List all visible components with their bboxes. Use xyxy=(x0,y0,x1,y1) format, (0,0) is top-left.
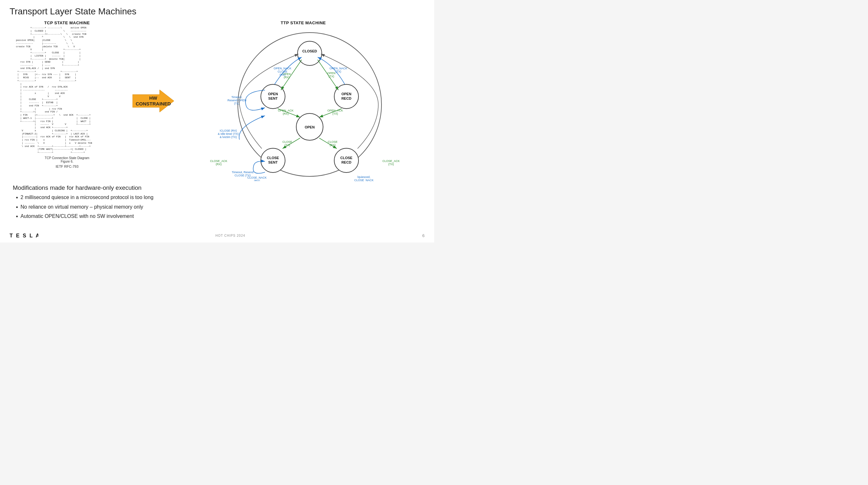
svg-text:OPEN: OPEN xyxy=(305,125,314,129)
svg-text:Resend OPEN: Resend OPEN xyxy=(227,99,246,102)
svg-text:CLOSE: CLOSE xyxy=(282,140,292,143)
svg-text:OPEN_NACK: OPEN_NACK xyxy=(330,67,347,70)
svg-text:!CLOSE (RX): !CLOSE (RX) xyxy=(220,129,237,132)
svg-text:OPEN: OPEN xyxy=(268,92,278,96)
svg-text:CLOSE (TX): CLOSE (TX) xyxy=(235,174,251,177)
tesla-logo: T E S L A xyxy=(9,232,38,239)
svg-text:(TX): (TX) xyxy=(332,112,338,115)
svg-text:CLOSE_ACK: CLOSE_ACK xyxy=(382,160,400,163)
ttp-title: TTP STATE MACHINE xyxy=(182,21,425,25)
svg-text:OPEN_ACK: OPEN_ACK xyxy=(278,109,293,112)
bottom-section: Modifications made for hardware-only exe… xyxy=(9,184,425,221)
svg-text:SENT: SENT xyxy=(268,161,278,164)
svg-text:CLOSE_ACK: CLOSE_ACK xyxy=(210,160,227,163)
svg-text:Timeout, Resend: Timeout, Resend xyxy=(232,171,253,174)
svg-text:SENT: SENT xyxy=(268,96,278,100)
slide-title: Transport Layer State Machines xyxy=(9,6,425,17)
tcp-diagram: +---------+ ---------\ active OPEN | CLO… xyxy=(16,27,124,154)
svg-text:(RX): (RX) xyxy=(254,179,260,181)
svg-text:(RX): (RX) xyxy=(330,143,336,147)
hw-constrained-panel: HW CONSTRAINED xyxy=(128,21,179,181)
ttp-panel: TTP STATE MACHINE xyxy=(182,21,425,181)
svg-text:CLOSE: CLOSE xyxy=(328,140,338,143)
tcp-caption: TCP Connection State Diagram Figure 6. xyxy=(9,156,124,163)
svg-text:(TX): (TX) xyxy=(388,163,394,166)
svg-text:CLOSED: CLOSED xyxy=(302,49,317,53)
bullet-item-2: No reliance on virtual memory – physical… xyxy=(16,204,425,211)
svg-text:& lvictim (TX): & lvictim (TX) xyxy=(220,136,237,139)
svg-text:& Idle timer (TX): & Idle timer (TX) xyxy=(218,132,239,136)
svg-text:(TX): (TX) xyxy=(329,75,334,78)
svg-text:CLOSE: CLOSE xyxy=(267,156,279,160)
svg-text:CLOSE_NACK: CLOSE_NACK xyxy=(354,179,374,181)
svg-text:OPEN_NACK: OPEN_NACK xyxy=(274,67,291,70)
footer: T E S L A HOT CHIPS 2024 6 xyxy=(0,232,434,239)
svg-text:lquiesced,: lquiesced, xyxy=(358,175,371,179)
svg-text:CLOSE: CLOSE xyxy=(278,70,288,73)
content-area: TCP STATE MACHINE +---------+ ---------\… xyxy=(9,21,425,181)
svg-text:(RX): (RX) xyxy=(216,163,222,166)
svg-text:OPEN: OPEN xyxy=(341,92,351,96)
slide: Transport Layer State Machines TCP STATE… xyxy=(0,0,434,242)
svg-text:CLOSE: CLOSE xyxy=(340,156,352,160)
bullet-item-3: Automatic OPEN/CLOSE with no SW involvem… xyxy=(16,213,425,221)
hw-arrow: HW CONSTRAINED xyxy=(132,88,174,114)
svg-text:RECD: RECD xyxy=(341,96,351,100)
svg-text:(RX): (RX) xyxy=(280,73,286,76)
bullet-list: 2 millisecond quiesce in a microsecond p… xyxy=(13,195,425,221)
svg-text:(TX): (TX) xyxy=(284,143,290,147)
hw-label: HW CONSTRAINED xyxy=(136,95,171,107)
svg-text:OPEN: OPEN xyxy=(327,72,336,75)
ttp-diagram: CLOSED OPEN SENT OPEN RECD OPEN CLOSE xyxy=(182,28,425,181)
svg-text:(TX): (TX) xyxy=(234,102,240,105)
footer-page: 6 xyxy=(422,233,425,238)
svg-point-5 xyxy=(298,41,322,65)
footer-center: HOT CHIPS 2024 xyxy=(215,234,245,237)
modifications-title: Modifications made for hardware-only exe… xyxy=(13,184,425,191)
tcp-panel: TCP STATE MACHINE +---------+ ---------\… xyxy=(9,21,124,181)
tcp-rfc: IETF RFC-793 xyxy=(9,165,124,168)
svg-text:(TX): (TX) xyxy=(336,70,341,73)
bullet-item-1: 2 millisecond quiesce in a microsecond p… xyxy=(16,195,425,202)
svg-text:T E S L A: T E S L A xyxy=(9,233,38,238)
svg-text:OPEN_ACK: OPEN_ACK xyxy=(327,109,343,112)
svg-text:RECD: RECD xyxy=(341,161,351,164)
tcp-title: TCP STATE MACHINE xyxy=(9,21,124,25)
svg-text:(RX): (RX) xyxy=(283,112,289,115)
